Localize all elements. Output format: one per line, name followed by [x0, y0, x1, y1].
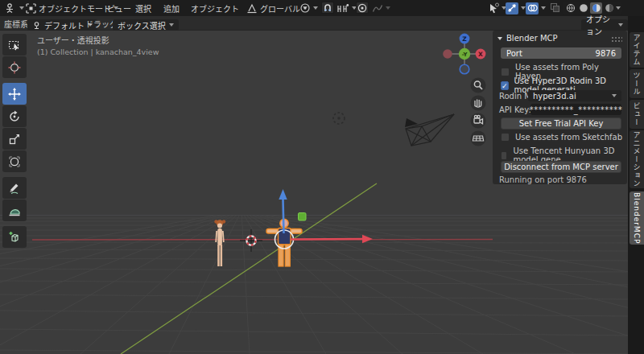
snap-target-icon [336, 3, 349, 14]
panel-title: Blender MCP [506, 34, 558, 43]
toolbar [2, 34, 27, 248]
menu-object[interactable]: オブジェクト [191, 0, 239, 16]
menu-add[interactable]: 追加 [163, 0, 180, 16]
rodin-mode-value: hyper3d.ai [533, 92, 576, 101]
object-type-visibility-dropdown[interactable] [488, 0, 506, 16]
measure-icon [7, 204, 22, 218]
shading-solid-button[interactable] [577, 2, 589, 14]
overlays-icon [526, 2, 539, 14]
pivot-point-dropdown[interactable] [299, 0, 318, 16]
panel-grip-icon[interactable] [611, 36, 622, 42]
shading-rendered-button[interactable] [603, 2, 615, 14]
menu-view[interactable]: ビュー [107, 0, 131, 16]
sketchfab-label: Use assets from Sketchfab [515, 133, 622, 142]
mode-dropdown[interactable]: オブジェクトモード [26, 0, 118, 16]
xray-toggle[interactable] [548, 2, 561, 14]
tool-preset-icon [32, 21, 41, 30]
set-free-trial-button[interactable]: Set Free Trial API Key [501, 117, 621, 130]
tab-view[interactable]: ビュー [630, 100, 644, 129]
scale-tool[interactable] [2, 128, 27, 150]
transform-icon [7, 154, 22, 169]
checkbox-unchecked-icon[interactable] [501, 151, 507, 160]
zoom-button[interactable] [471, 78, 486, 93]
material-sphere-icon [592, 3, 601, 13]
orientation-icon [246, 3, 258, 14]
options-label: オプション [586, 13, 615, 37]
object-mode-icon [26, 3, 36, 14]
snap-target-dropdown[interactable] [336, 0, 357, 16]
chevron-down-icon [19, 6, 24, 10]
annotate-tool[interactable] [2, 177, 27, 199]
show-overlays-button[interactable] [526, 0, 546, 16]
drag-mode-dropdown[interactable]: ボックス選択 [113, 18, 179, 32]
cursor-tool[interactable] [2, 56, 27, 78]
proportional-edit-toggle[interactable] [356, 2, 369, 14]
view-mode-label: ユーザー・透視投影 [37, 35, 159, 47]
ortho-toggle-button[interactable] [471, 131, 486, 146]
menu-select[interactable]: 選択 [135, 0, 151, 16]
shading-wireframe-button[interactable] [564, 2, 576, 14]
editor-type-button[interactable] [5, 0, 24, 16]
transform-tool[interactable] [2, 150, 27, 172]
gizmo-y-handle[interactable] [299, 213, 307, 221]
api-key-field[interactable]: **********_********** [530, 104, 621, 115]
chevron-down-icon [618, 23, 623, 27]
status-text: Running on port 9876 [499, 175, 587, 184]
collection-label: (1) Collection | kanachan_4view [37, 47, 159, 58]
rendered-sphere-icon [605, 3, 614, 13]
tab-tool[interactable]: ツール [630, 69, 644, 98]
nav-axis-negz[interactable] [460, 64, 469, 74]
chevron-down-icon [169, 23, 174, 27]
panel-header[interactable]: Blender MCP [497, 34, 558, 43]
port-label: Port [506, 49, 522, 58]
falloff-curve-icon [372, 3, 383, 14]
sidebar-tab-strip: アイテム ツール ビュー アニメーション BlenderMCP [628, 16, 644, 354]
checkbox-checked-icon[interactable]: ✓ [501, 81, 509, 90]
orientation-label: グローバル [260, 2, 300, 14]
checkbox-unchecked-icon[interactable] [501, 133, 510, 142]
pivot-point-icon [299, 2, 311, 14]
disconnect-button[interactable]: Disconnect from MCP server [501, 161, 621, 173]
nav-axis-x-label: X [478, 51, 483, 58]
options-dropdown[interactable]: オプション [581, 18, 628, 32]
nav-axis-negx[interactable] [443, 49, 452, 59]
gizmo-x-arrow[interactable] [291, 239, 362, 240]
tool-settings-bar: 座標系: デフォルト ドラッグ: ボックス選択 オプション [0, 16, 628, 31]
show-gizmo-button[interactable] [506, 0, 526, 16]
add-cube-tool[interactable] [2, 226, 27, 248]
rotate-tool[interactable] [2, 105, 27, 127]
drag-mode-value: ボックス選択 [118, 19, 166, 31]
camera-view-button[interactable] [471, 113, 486, 129]
chevron-down-icon [612, 94, 617, 97]
nav-axis-negy-label: -Y [462, 51, 468, 58]
select-box-tool[interactable] [2, 34, 27, 56]
snap-toggle[interactable] [321, 2, 334, 14]
rodin-mode-dropdown[interactable]: hyper3d.ai [528, 90, 621, 101]
gizmo-z-arrow[interactable] [283, 200, 284, 233]
blender-mcp-panel: Blender MCP Port 9876 Use assets from Po… [493, 31, 627, 184]
chevron-down-icon [386, 6, 390, 10]
tab-animation[interactable]: アニメーション [630, 130, 644, 188]
tab-blendermcp[interactable]: BlenderMCP [630, 191, 644, 245]
falloff-dropdown[interactable] [372, 0, 390, 16]
port-value: 9876 [596, 49, 616, 58]
collapse-chevron-icon [497, 37, 502, 40]
mode-label: オブジェクトモード [39, 2, 111, 14]
visibility-filter-icon [488, 2, 499, 14]
api-key-label: API Key: [499, 105, 531, 114]
scale-icon [7, 132, 22, 146]
blender-window: X Z -Y [0, 0, 644, 354]
coord-system-value: デフォルト [44, 19, 85, 31]
move-tool[interactable] [2, 83, 27, 105]
measure-tool[interactable] [2, 200, 27, 221]
viewport-header: オブジェクトモード ビュー 選択 追加 オブジェクト グローバル [0, 0, 644, 16]
checkbox-unchecked-icon[interactable] [501, 68, 510, 76]
pan-button[interactable] [471, 96, 486, 111]
sketchfab-checkbox-row[interactable]: Use assets from Sketchfab [501, 133, 622, 142]
orientation-dropdown[interactable]: グローバル [246, 0, 308, 16]
move-icon [7, 87, 22, 101]
port-field[interactable]: Port 9876 [501, 47, 621, 59]
tab-item[interactable]: アイテム [630, 32, 644, 68]
annotate-icon [7, 181, 22, 196]
shading-material-button[interactable] [590, 2, 602, 14]
